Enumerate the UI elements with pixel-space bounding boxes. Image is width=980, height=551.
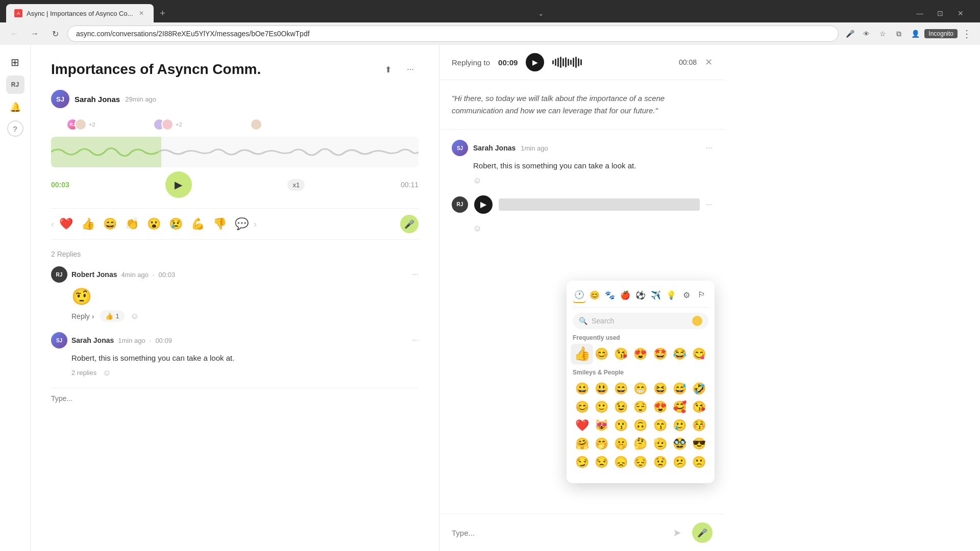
emoji-smirk[interactable]: 😏 <box>573 454 591 471</box>
audio-reply-more[interactable]: ··· <box>706 200 713 209</box>
picker-tab-recent[interactable]: 🕐 <box>573 287 586 303</box>
emoji-laughing[interactable]: 😆 <box>651 380 669 397</box>
close-replying-button[interactable]: ✕ <box>705 57 713 68</box>
emoji-grinning[interactable]: 😀 <box>573 380 591 397</box>
refresh-button[interactable]: ↻ <box>47 26 63 42</box>
emoji-smile2[interactable]: 😄 <box>612 380 630 397</box>
emoji-upside-down[interactable]: 🙃 <box>631 417 650 434</box>
play-button[interactable]: ▶ <box>165 171 192 198</box>
reaction-heart[interactable]: ❤️ <box>56 215 76 233</box>
speed-button[interactable]: x1 <box>287 179 305 191</box>
emoji-wink[interactable]: 😉 <box>612 398 630 416</box>
emoji-star-struck[interactable]: 🤩 <box>651 345 669 363</box>
mic-icon[interactable]: 🎤 <box>843 27 857 41</box>
mini-play-button[interactable]: ▶ <box>526 53 544 71</box>
emoji-disappointed[interactable]: 😞 <box>612 454 630 471</box>
emoji-confused[interactable]: 😕 <box>670 454 689 471</box>
window-close[interactable]: ✕ <box>953 6 968 20</box>
sidebar-icon-bell[interactable]: 🔔 <box>6 98 24 116</box>
tab-ctrl-minimize[interactable]: ⌄ <box>534 6 548 20</box>
more-options-button[interactable]: ··· <box>402 61 419 78</box>
emoji-smile[interactable]: 😊 <box>592 345 610 363</box>
emoji-blush[interactable]: 😊 <box>573 398 591 416</box>
emoji-sweat-smile[interactable]: 😅 <box>670 380 689 397</box>
forward-button[interactable]: → <box>27 26 43 42</box>
emoji-slightly-smiling[interactable]: 🙂 <box>592 398 610 416</box>
window-maximize[interactable]: ⊡ <box>933 6 947 20</box>
profile-icon[interactable]: 👤 <box>908 27 922 41</box>
emoji-smiley[interactable]: 😃 <box>592 380 610 397</box>
emoji-kiss-sm[interactable]: 😘 <box>612 345 630 363</box>
reaction-thumbsdown[interactable]: 👎 <box>210 215 230 233</box>
reply-button-robert[interactable]: Reply › <box>71 312 94 320</box>
emoji-slightly-frowning[interactable]: 🙁 <box>690 454 708 471</box>
audio-play-btn[interactable]: ▶ <box>474 195 493 214</box>
extensions-icon[interactable]: ⧉ <box>892 27 906 41</box>
reply-more-sarah[interactable]: ··· <box>412 336 419 345</box>
send-button[interactable]: ➤ <box>668 523 686 542</box>
window-minimize[interactable]: — <box>913 6 927 20</box>
picker-tab-food[interactable]: 🍎 <box>619 287 632 303</box>
emoji-rofl[interactable]: 😂 <box>670 345 689 363</box>
emoji-unamused[interactable]: 😒 <box>592 454 610 471</box>
emoji-rofl2[interactable]: 🤣 <box>690 380 708 397</box>
comment-emoji-btn[interactable]: ☺ <box>473 176 713 185</box>
emoji-kissing-smiling[interactable]: 😙 <box>651 417 669 434</box>
reaction-thumbsup[interactable]: 👍 <box>78 215 98 233</box>
reaction-wow[interactable]: 😮 <box>144 215 164 233</box>
back-button[interactable]: ← <box>6 26 22 42</box>
record-reaction-button[interactable]: 🎤 <box>400 215 419 233</box>
reaction-sad[interactable]: 😢 <box>166 215 186 233</box>
reaction-flex[interactable]: 💪 <box>188 215 208 233</box>
emoji-yum[interactable]: 😋 <box>690 345 708 363</box>
message-input[interactable] <box>51 394 419 403</box>
picker-tab-flags[interactable]: 🏳 <box>695 287 708 303</box>
add-emoji-robert[interactable]: ☺ <box>131 312 139 321</box>
audio-reply-emoji-btn[interactable]: ☺ <box>452 224 713 233</box>
emoji-smiling-hearts[interactable]: 🥰 <box>670 398 689 416</box>
url-bar[interactable]: async.com/conversations/2I88ReXEu5YlYX/m… <box>67 26 839 42</box>
emoji-beaming[interactable]: 😁 <box>631 380 650 397</box>
emoji-thinking[interactable]: 🤔 <box>631 435 650 453</box>
emoji-heart-eyes[interactable]: 😍 <box>631 345 650 363</box>
picker-tab-objects[interactable]: 💡 <box>665 287 678 303</box>
emoji-kissing-closed[interactable]: 😚 <box>690 417 708 434</box>
star-icon[interactable]: ☆ <box>875 27 890 41</box>
reaction-clap[interactable]: 👏 <box>122 215 142 233</box>
reply-input[interactable] <box>452 529 662 537</box>
emoji-sunglasses[interactable]: 😎 <box>690 435 708 453</box>
emoji-holding-back-tears[interactable]: 🥲 <box>670 417 689 434</box>
skin-tone-picker[interactable] <box>692 316 702 326</box>
reaction-nav-right[interactable]: › <box>254 219 257 230</box>
picker-tab-activities[interactable]: ⚽ <box>634 287 647 303</box>
picker-tab-symbols[interactable]: ⚙ <box>680 287 693 303</box>
emoji-disguised[interactable]: 🥸 <box>670 435 689 453</box>
emoji-worried[interactable]: 😟 <box>651 454 669 471</box>
reaction-laugh[interactable]: 😄 <box>100 215 120 233</box>
picker-tab-smileys[interactable]: 😊 <box>588 287 601 303</box>
emoji-heart-emoji[interactable]: ❤️ <box>573 417 591 434</box>
reply-more-robert[interactable]: ··· <box>412 270 419 279</box>
comment-more[interactable]: ··· <box>706 143 713 153</box>
emoji-shushing[interactable]: 🤫 <box>612 435 630 453</box>
emoji-search-input[interactable] <box>592 317 688 325</box>
emoji-kissing[interactable]: 😗 <box>612 417 630 434</box>
reaction-chat[interactable]: 💬 <box>232 215 252 233</box>
emoji-thumbsup[interactable]: 👍 <box>571 344 593 365</box>
reaction-nav-left[interactable]: ‹ <box>51 219 54 230</box>
emoji-kissing-heart[interactable]: 😘 <box>690 398 708 416</box>
emoji-hand-over-mouth[interactable]: 🤭 <box>592 435 610 453</box>
emoji-hugging[interactable]: 🤗 <box>573 435 591 453</box>
waveform-container[interactable] <box>51 137 419 167</box>
active-tab[interactable]: A Async | Importances of Asynco Co... ✕ <box>6 4 154 22</box>
mic-record-button[interactable]: 🎤 <box>692 522 713 543</box>
emoji-relieved[interactable]: 😌 <box>631 398 650 416</box>
picker-tab-travel[interactable]: ✈️ <box>649 287 663 303</box>
emoji-pensive[interactable]: 😔 <box>631 454 650 471</box>
sidebar-icon-grid[interactable]: ⊞ <box>6 53 24 71</box>
share-button[interactable]: ⬆ <box>380 61 396 78</box>
sidebar-icon-avatar[interactable]: RJ <box>6 76 24 94</box>
sidebar-icon-help[interactable]: ? <box>7 120 23 137</box>
like-badge-robert[interactable]: 👍 1 <box>100 310 124 322</box>
add-emoji-sarah[interactable]: ☺ <box>103 368 111 378</box>
